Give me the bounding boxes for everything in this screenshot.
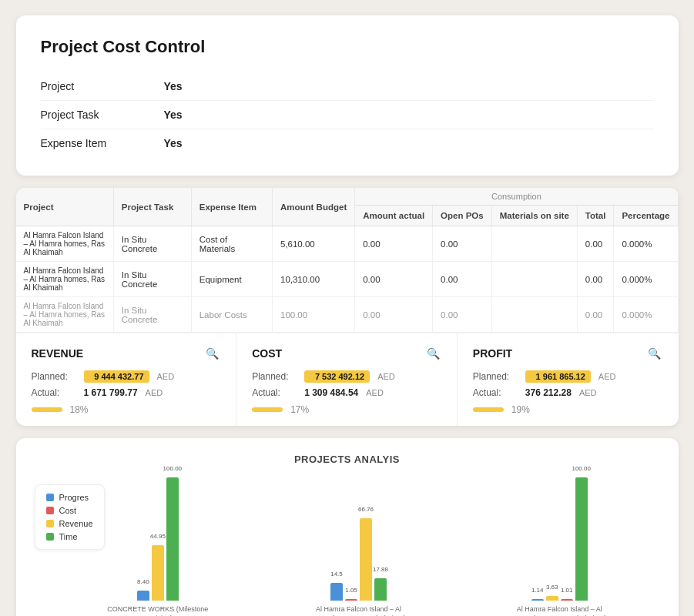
kpi-revenue-progress-row: 18%	[32, 404, 221, 415]
settings-value: Yes	[164, 80, 183, 92]
chart-x-label: Al Hamra Falcon Island – Al Hamra homes,…	[505, 605, 613, 616]
kpi-profit-planned-currency: AED	[598, 372, 616, 381]
cell-project: Al Hamra Falcon Island – Al Hamra homes,…	[16, 297, 114, 333]
cell-expense: Labor Costs	[191, 297, 272, 333]
bar-value-label: 1.01	[561, 587, 573, 594]
kpi-cost-planned-label: Planned:	[252, 371, 298, 382]
chart-bar: 1.01	[561, 599, 573, 601]
kpi-revenue: REVENUE 🔍 Planned: 9 444 432.77 AED Actu…	[16, 333, 237, 426]
top-card: Project Cost Control Project Yes Project…	[16, 15, 679, 176]
chart-legend: Progres Cost Revenue Time	[35, 484, 105, 550]
cell-amount-actual: 0.00	[355, 226, 433, 262]
kpi-profit-actual-value: 376 212.28	[525, 387, 572, 398]
cell-task: In Situ Concrete	[113, 226, 191, 262]
legend-label: Progres	[59, 493, 89, 502]
bottom-chart-card: PROJECTS ANALYIS Progres Cost Revenue Ti…	[16, 438, 679, 616]
kpi-cost-progress-bar	[252, 407, 283, 412]
chart-bar: 100.00	[166, 477, 179, 601]
cell-budget: 100.00	[272, 297, 354, 333]
cell-amount-actual: 0.00	[355, 262, 433, 297]
col-open-pos: Open POs	[433, 206, 492, 226]
kpi-profit-actual-row: Actual: 376 212.28 AED	[473, 387, 663, 398]
settings-label: Project Task	[41, 109, 164, 121]
kpi-revenue-planned-currency: AED	[157, 372, 175, 381]
kpi-cost-header: COST 🔍	[252, 346, 441, 361]
chart-bar: 44.95	[152, 545, 164, 601]
legend-label: Cost	[59, 506, 77, 515]
bar-value-label: 3.63	[546, 584, 558, 591]
col-consumption-group: Consumption	[355, 188, 678, 206]
bar-value-label: 66.76	[358, 506, 374, 513]
kpi-profit-search-button[interactable]: 🔍	[646, 346, 662, 361]
kpi-cost-search-button[interactable]: 🔍	[425, 346, 441, 361]
kpi-revenue-percent: 18%	[70, 404, 89, 415]
kpi-cost-actual-value: 1 309 484.54	[304, 387, 358, 398]
kpi-cost-actual-label: Actual:	[252, 387, 298, 398]
kpi-profit: PROFIT 🔍 Planned: 1 961 865.12 AED Actua…	[458, 333, 679, 426]
col-amount-actual: Amount actual	[355, 206, 433, 226]
middle-card: Project Project Task Expense Item Amount…	[16, 188, 679, 426]
kpi-revenue-actual-currency: AED	[146, 388, 163, 397]
chart-bars: 8.4044.95100.00	[137, 477, 179, 601]
cell-total: 0.00	[577, 262, 614, 297]
chart-x-label: CONCRETE WORKS (Milestone Invoicing)	[104, 605, 212, 616]
kpi-profit-title: PROFIT	[473, 347, 512, 360]
bar-value-label: 14.5	[330, 571, 343, 578]
settings-row: Expense Item Yes	[41, 129, 654, 157]
cell-materials	[491, 297, 577, 333]
table-row: Al Hamra Falcon Island – Al Hamra homes,…	[16, 297, 679, 333]
bar-value-label: 1.05	[345, 587, 357, 594]
cell-open-pos: 0.00	[433, 297, 492, 333]
col-task: Project Task	[113, 188, 191, 226]
kpi-cost-planned-row: Planned: 7 532 492.12 AED	[252, 370, 441, 383]
kpi-cost-planned-value: 7 532 492.12	[304, 370, 370, 383]
settings-row: Project Task Yes	[41, 101, 654, 129]
cell-percentage: 0.000%	[614, 262, 678, 297]
page-title: Project Cost Control	[41, 37, 654, 57]
kpi-revenue-planned-value: 9 444 432.77	[84, 370, 149, 383]
kpi-profit-planned-label: Planned:	[473, 371, 519, 382]
kpi-revenue-actual-label: Actual:	[32, 387, 78, 398]
bar-value-label: 17.88	[373, 566, 388, 573]
kpi-cost-percent: 17%	[290, 404, 309, 415]
chart-bar: 17.88	[374, 578, 387, 601]
legend-dot	[46, 520, 54, 527]
legend-dot	[46, 494, 54, 501]
legend-label: Time	[59, 532, 78, 541]
cell-amount-actual: 0.00	[355, 297, 433, 333]
kpi-cost-actual-row: Actual: 1 309 484.54 AED	[252, 387, 441, 398]
legend-item: Cost	[46, 506, 93, 515]
cell-budget: 10,310.00	[272, 262, 354, 297]
kpi-revenue-search-button[interactable]: 🔍	[204, 346, 220, 361]
cell-expense: Equipment	[191, 262, 272, 297]
cell-total: 0.00	[577, 226, 614, 262]
chart-area: 8.4044.95100.00CONCRETE WORKS (Milestone…	[35, 477, 660, 616]
kpi-profit-progress-row: 19%	[473, 404, 663, 415]
kpi-cost-title: COST	[252, 347, 282, 360]
main-wrapper: Project Cost Control Project Yes Project…	[16, 15, 679, 616]
legend-item: Time	[46, 532, 93, 541]
bar-value-label: 1.14	[531, 587, 544, 594]
bar-value-label: 100.00	[163, 465, 182, 472]
chart-bar: 1.05	[345, 599, 357, 601]
table-body: Al Hamra Falcon Island – Al Hamra homes,…	[16, 226, 679, 333]
kpi-profit-actual-currency: AED	[579, 388, 597, 397]
cell-total: 0.00	[577, 297, 614, 333]
chart-bar: 100.00	[575, 477, 588, 601]
bar-value-label: 100.00	[572, 465, 590, 472]
legend-dot	[46, 507, 54, 514]
cell-project: Al Hamra Falcon Island – Al Hamra homes,…	[16, 226, 114, 262]
chart-bars: 14.51.0566.7617.88	[330, 477, 387, 601]
chart-group: 14.51.0566.7617.88Al Hamra Falcon Island…	[258, 477, 459, 616]
settings-label: Expense Item	[41, 137, 164, 149]
col-percentage: Percentage	[614, 206, 678, 226]
kpi-revenue-actual-value: 1 671 799.77	[84, 387, 138, 398]
kpi-revenue-header: REVENUE 🔍	[32, 346, 221, 361]
legend-item: Progres	[46, 493, 93, 502]
settings-value: Yes	[164, 109, 183, 121]
cell-materials	[491, 226, 577, 262]
col-total: Total	[577, 206, 614, 226]
settings-row: Project Yes	[41, 72, 654, 101]
data-table-section: Project Project Task Expense Item Amount…	[16, 188, 679, 333]
kpi-revenue-actual-row: Actual: 1 671 799.77 AED	[32, 387, 221, 398]
